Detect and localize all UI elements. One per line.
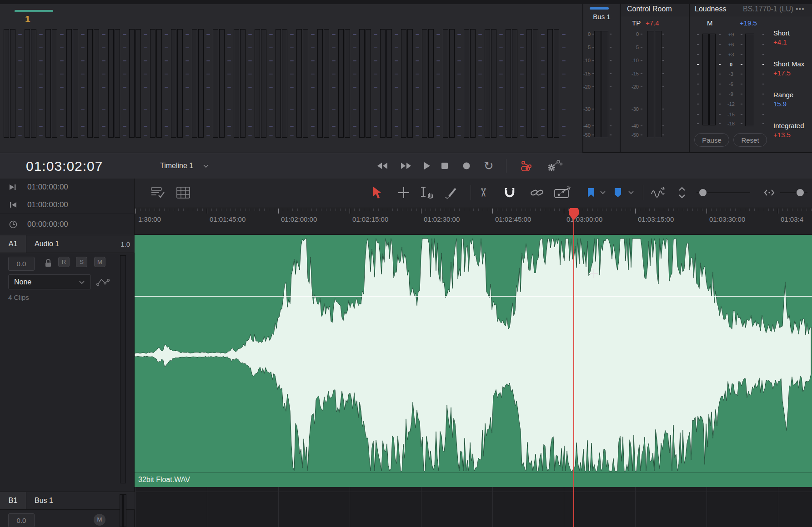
ruler-label: 01:02:00:00 xyxy=(281,215,317,223)
meter-group xyxy=(25,29,45,138)
mute-button-b1[interactable]: M xyxy=(94,514,105,526)
meter-scale-tick xyxy=(39,74,43,75)
automation-toggle-button[interactable] xyxy=(518,159,537,172)
duration-timecode[interactable]: 00:00:00:00 xyxy=(27,220,68,229)
timeline-selector-chevron-icon[interactable] xyxy=(203,164,209,168)
ruler-minor-tick xyxy=(197,209,198,211)
timeline-ruler[interactable]: 1:30:0001:01:45:0001:02:00:0001:02:15:00… xyxy=(135,207,812,235)
goto-out-icon[interactable] xyxy=(9,184,17,190)
fast-forward-button[interactable] xyxy=(398,159,413,172)
horizontal-zoom-icon[interactable] xyxy=(764,189,775,196)
flag-tool[interactable] xyxy=(613,187,622,198)
audio-clip[interactable]: 32bit Float.WAV xyxy=(135,235,812,487)
meter-scale-tick xyxy=(185,74,189,75)
reset-button[interactable]: Reset xyxy=(733,133,767,147)
meter-scale-tick xyxy=(562,109,566,110)
meter-scale-tick xyxy=(353,109,356,110)
meter-group xyxy=(485,29,506,138)
meter-scale-label: -5 xyxy=(621,45,639,50)
goto-in-icon[interactable] xyxy=(9,202,17,208)
loudness-scale-dash xyxy=(697,44,699,45)
lock-icon[interactable] xyxy=(44,259,52,268)
meter-bar xyxy=(443,29,448,138)
track-id-b1[interactable]: B1 xyxy=(0,492,26,509)
loudness-scale-label: -12 xyxy=(724,101,738,107)
pencil-tool[interactable] xyxy=(445,186,458,199)
track-height-slider-thumb[interactable] xyxy=(699,189,707,196)
rewind-button[interactable] xyxy=(375,159,391,172)
in-timecode[interactable]: 01:00:00:00 xyxy=(27,200,68,209)
ruler-minor-tick xyxy=(687,209,688,211)
ruler-minor-tick xyxy=(392,209,393,211)
out-timecode[interactable]: 01:00:00:00 xyxy=(27,183,68,192)
meter-scale-tick xyxy=(416,87,419,88)
meter-scale-tick xyxy=(457,109,461,110)
stop-button[interactable] xyxy=(437,159,452,172)
timeline-selector[interactable]: Timeline 1 xyxy=(160,162,193,170)
meter-bar xyxy=(234,29,239,138)
track-name-a1[interactable]: Audio 1 xyxy=(35,240,59,248)
index-panel-icon[interactable] xyxy=(176,187,190,199)
meter-scale-tick xyxy=(562,47,566,48)
ruler-minor-tick xyxy=(506,209,507,211)
clip-volume-automation-line[interactable] xyxy=(135,296,812,297)
pause-button[interactable]: Pause xyxy=(694,133,729,147)
fader-value-a1[interactable]: 0.0 xyxy=(8,257,35,271)
meter-bar xyxy=(94,29,99,138)
marker-color-chevron-icon[interactable] xyxy=(600,191,606,194)
ruler-minor-tick xyxy=(292,209,293,211)
meter-bar xyxy=(198,29,204,138)
meter-bar xyxy=(177,29,183,138)
ruler-minor-tick xyxy=(526,209,526,211)
ruler-minor-tick xyxy=(202,209,203,211)
flags-keyframe-tool[interactable] xyxy=(554,186,572,199)
meter-scale-tick xyxy=(81,34,85,35)
meter-scale-tick xyxy=(248,74,252,75)
waveform-zoom-icon[interactable] xyxy=(650,186,668,199)
record-arm-button-a1[interactable]: R xyxy=(58,257,70,267)
ruler-minor-tick xyxy=(269,209,269,211)
ruler-minor-tick xyxy=(383,209,383,211)
automation-curve-icon[interactable] xyxy=(96,276,110,288)
record-button[interactable] xyxy=(459,159,474,172)
meter-scale-tick xyxy=(18,74,22,75)
linked-selection-tool[interactable] xyxy=(530,187,544,198)
marker-tool[interactable] xyxy=(586,187,596,198)
ruler-minor-tick xyxy=(178,209,179,211)
trim-edit-tool[interactable] xyxy=(397,186,410,199)
loudness-scale-label: +3 xyxy=(724,52,738,57)
vertical-zoom-icon[interactable] xyxy=(678,187,686,199)
meter-scale-tick xyxy=(165,47,168,48)
flag-color-chevron-icon[interactable] xyxy=(628,191,634,194)
track-header-b1[interactable]: B1 Bus 1 xyxy=(0,492,135,510)
meter-bar xyxy=(428,29,434,138)
selection-tool[interactable] xyxy=(372,186,382,199)
ruler-minor-tick xyxy=(659,209,659,211)
range-selection-tool[interactable] xyxy=(419,186,435,199)
razor-tool[interactable]: ✂ xyxy=(478,186,488,200)
input-select-dropdown[interactable]: None xyxy=(8,274,91,289)
loop-button[interactable]: ↻ xyxy=(481,159,496,172)
track-header-a1[interactable]: A1 Audio 1 1.0 xyxy=(0,235,135,253)
loudness-scale-dash xyxy=(762,94,764,94)
track-sidebar: 01:00:00:00 01:00:00:00 00:00:00:00 A1 A… xyxy=(0,179,135,527)
meter-scale-tick xyxy=(562,74,566,75)
ruler-minor-tick xyxy=(440,209,441,211)
timeline-view-options-icon[interactable] xyxy=(151,186,166,199)
loudness-scale-dash xyxy=(697,54,699,55)
meter-scale-tick xyxy=(353,34,356,35)
ruler-minor-tick xyxy=(354,209,355,211)
track-id-a1[interactable]: A1 xyxy=(0,235,26,253)
play-button[interactable] xyxy=(419,159,435,172)
playhead-line[interactable] xyxy=(573,208,574,527)
loudness-menu-icon[interactable]: ••• xyxy=(796,5,805,13)
track-name-b1[interactable]: Bus 1 xyxy=(35,497,53,505)
meter-group xyxy=(526,29,547,138)
loudness-scale-dash xyxy=(762,44,764,45)
solo-button-a1[interactable]: S xyxy=(76,257,87,267)
snapping-magnet-tool[interactable] xyxy=(504,186,516,199)
mute-button-a1[interactable]: M xyxy=(94,257,105,267)
horizontal-zoom-slider-thumb[interactable] xyxy=(797,189,804,196)
automation-settings-gear-icon[interactable] xyxy=(545,159,564,172)
fader-value-b1[interactable]: 0.0 xyxy=(8,513,35,527)
